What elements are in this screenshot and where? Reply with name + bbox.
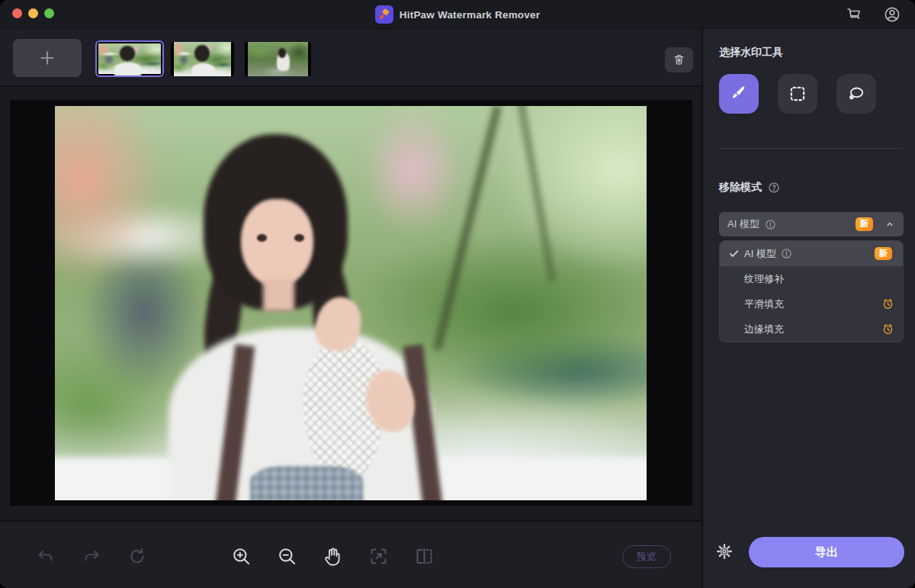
titlebar: HitPaw Watermark Remover: [0, 0, 915, 29]
app-window: HitPaw Watermark Remover: [0, 0, 915, 588]
timer-icon: [881, 297, 894, 310]
mode-option-smooth-fill[interactable]: 平滑填充: [720, 291, 903, 316]
canvas[interactable]: [10, 100, 692, 506]
zoom-out-button[interactable]: [273, 542, 300, 570]
sidebar-divider: [719, 148, 904, 149]
top-toolbar: [0, 29, 702, 87]
mode-selected-label: AI 模型: [727, 217, 759, 231]
preview-button[interactable]: 预览: [622, 545, 671, 568]
chevron-up-icon: [884, 219, 895, 230]
mode-option-ai-model[interactable]: AI 模型 新: [720, 241, 903, 266]
titlebar-actions: [845, 0, 901, 29]
bottom-toolbar: 预览: [0, 520, 702, 588]
canvas-image[interactable]: [55, 106, 647, 500]
mode-dropdown[interactable]: AI 模型 新: [719, 212, 904, 236]
settings-button[interactable]: [714, 541, 735, 562]
window-title: HitPaw Watermark Remover: [400, 9, 540, 21]
account-icon[interactable]: [883, 5, 901, 24]
mode-section-title: 移除模式: [719, 181, 762, 194]
app-logo-icon: [375, 5, 393, 24]
brush-tool-button[interactable]: [719, 74, 759, 114]
check-icon: [728, 248, 740, 259]
thumbnail-detail: [120, 46, 135, 61]
thumbnail-detail: [278, 48, 286, 58]
thumbnail-image: [174, 42, 231, 76]
thumbnail-image: [98, 43, 161, 74]
zoom-in-button[interactable]: [227, 542, 255, 570]
mode-option-edge-fill[interactable]: 边缘填充: [720, 316, 903, 342]
lasso-tool-button[interactable]: [836, 74, 876, 114]
reset-button[interactable]: [124, 542, 151, 570]
hand-tool-button[interactable]: [319, 542, 346, 570]
gear-icon: [715, 542, 734, 561]
thumbnail-image: [248, 42, 308, 76]
new-badge: 新: [856, 217, 874, 231]
new-badge: 新: [875, 247, 893, 261]
mode-dropdown-menu: AI 模型 新 纹理修补 平滑填充 边缘填充: [719, 240, 904, 342]
brush-icon: [729, 84, 749, 104]
sidebar: 选择水印工具: [702, 29, 915, 588]
thumbnail-detail: [114, 63, 140, 76]
compare-button[interactable]: [410, 542, 438, 570]
info-icon: [781, 248, 792, 259]
timer-icon: [881, 323, 894, 336]
thumbnail-photo-2[interactable]: [171, 42, 234, 76]
cart-icon[interactable]: [845, 5, 863, 24]
thumbnail-photo-3[interactable]: [245, 42, 311, 76]
mode-option-texture-repair[interactable]: 纹理修补: [720, 266, 903, 291]
tool-section-title: 选择水印工具: [719, 46, 783, 59]
thumbnail-detail: [191, 63, 216, 76]
window-title-group: HitPaw Watermark Remover: [0, 0, 915, 29]
lasso-icon: [846, 84, 866, 104]
undo-button[interactable]: [32, 542, 59, 570]
marquee-icon: [788, 84, 807, 104]
marquee-tool-button[interactable]: [778, 74, 817, 114]
canvas-region: [0, 87, 702, 520]
info-icon: [765, 219, 776, 230]
mode-section-header: 移除模式: [719, 181, 780, 194]
fullscreen-button[interactable]: [364, 542, 392, 570]
redo-button[interactable]: [78, 542, 105, 570]
watermark-tools: [719, 74, 876, 114]
export-button[interactable]: 导出: [749, 537, 904, 567]
thumbnail-detail: [194, 45, 210, 63]
thumbnail-photo-1[interactable]: [95, 40, 164, 77]
add-image-button[interactable]: [13, 39, 82, 77]
delete-image-button[interactable]: [665, 47, 693, 72]
help-icon[interactable]: [768, 182, 780, 194]
